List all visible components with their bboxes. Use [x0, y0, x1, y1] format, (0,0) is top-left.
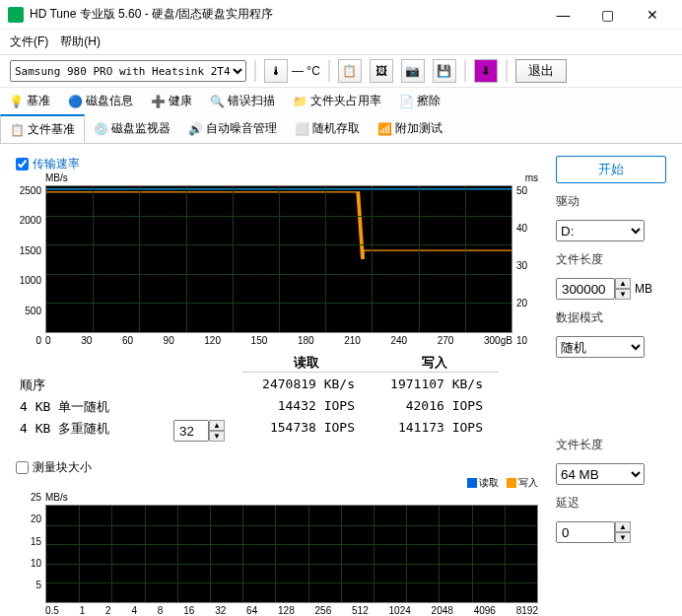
toolbar: Samsung 980 PRO with Heatsink 2T4J 🌡 — °… — [0, 54, 682, 88]
copy-icon[interactable]: 📋 — [338, 59, 362, 83]
menu-file[interactable]: 文件(F) — [10, 34, 48, 50]
toolbar-divider — [506, 60, 508, 82]
filelen2-label: 文件长度 — [556, 437, 666, 453]
legend-read: 读取 — [467, 476, 499, 490]
window-controls: — ▢ ✕ — [541, 0, 674, 30]
tab-icon: 💡 — [9, 95, 23, 108]
queue-depth-spinner: ▲▼ — [173, 420, 242, 442]
save-icon[interactable]: 💾 — [433, 59, 456, 83]
qd-up[interactable]: ▲ — [209, 420, 225, 431]
chart2-grid — [45, 505, 538, 603]
minimize-button[interactable]: — — [541, 0, 585, 30]
menu-help[interactable]: 帮助(H) — [60, 34, 101, 50]
results-table: 读取写入顺序2470819 KB/s1971107 KB/s4 KB 单一随机1… — [16, 354, 538, 442]
filelen-label: 文件长度 — [556, 251, 666, 268]
tab-磁盘监视器[interactable]: 💿磁盘监视器 — [85, 114, 179, 143]
qd-down[interactable]: ▼ — [209, 431, 225, 442]
transfer-rate-label: 传输速率 — [33, 156, 80, 172]
main-content: 传输速率 MB/s ms 25002000150010005000 030609… — [0, 148, 682, 616]
delay-up[interactable]: ▲ — [615, 521, 631, 532]
chart2-x-axis: 0.512481632641282565121024204840968192 — [45, 605, 538, 616]
tab-磁盘信息[interactable]: 🔵磁盘信息 — [59, 88, 142, 114]
chart1-yunit: MB/s — [45, 172, 512, 183]
filelen-up[interactable]: ▲ — [615, 278, 631, 289]
tab-附加测试[interactable]: 📶附加测试 — [369, 114, 451, 143]
tab-icon: ⬜ — [295, 122, 308, 136]
tab-自动噪音管理[interactable]: 🔊自动噪音管理 — [179, 114, 286, 143]
tab-icon: 📁 — [293, 95, 307, 108]
side-panel: 开始 驱动 D: 文件长度 ▲▼ MB 数据模式 随机 文件长度 64 MB 延… — [556, 156, 666, 616]
menubar: 文件(F) 帮助(H) — [0, 30, 682, 54]
transfer-rate-checkbox-row: 传输速率 — [16, 156, 538, 172]
exit-button[interactable]: 退出 — [515, 59, 567, 83]
legend-write: 写入 — [507, 476, 538, 490]
app-icon — [8, 7, 24, 23]
datamode-select[interactable]: 随机 — [556, 336, 645, 358]
block-size-checkbox[interactable] — [16, 461, 29, 474]
queue-depth-input[interactable] — [173, 420, 209, 442]
result-row-label: 4 KB 单一随机 — [16, 398, 173, 416]
tab-icon: 📄 — [399, 95, 413, 108]
result-read-value: 2470819 KB/s — [242, 376, 371, 394]
delay-input[interactable] — [556, 521, 615, 543]
drive-letter-select[interactable]: D: — [556, 220, 645, 241]
tab-icon: 🔵 — [68, 95, 82, 108]
chart2-body: MB/s 0.512481632641282565121024204840968… — [45, 492, 538, 616]
result-write-value: 42016 IOPS — [371, 398, 499, 416]
chart1-x-axis: 0306090120150180210240270300gB — [45, 335, 512, 346]
chart2-container: 252015105 MB/s 0.51248163264128256512102… — [16, 492, 538, 616]
result-write-value: 1971107 KB/s — [371, 376, 499, 394]
drive-select[interactable]: Samsung 980 PRO with Heatsink 2T4J — [10, 60, 246, 82]
filelen-spinner: ▲▼ MB — [556, 278, 666, 300]
chart1-y2-axis: 5040302010 — [512, 185, 538, 346]
result-write-value: 141173 IOPS — [371, 420, 499, 442]
filelen-input[interactable] — [556, 278, 615, 300]
toolbar-divider — [464, 60, 466, 82]
tab-擦除[interactable]: 📄擦除 — [390, 88, 449, 114]
tab-bar: 💡基准🔵磁盘信息➕健康🔍错误扫描📁文件夹占用率📄擦除📋文件基准💿磁盘监视器🔊自动… — [0, 88, 682, 144]
datamode-label: 数据模式 — [556, 309, 666, 326]
tab-icon: 🔊 — [188, 122, 202, 136]
toolbar-divider — [254, 60, 256, 82]
chart2-legend: 读取 写入 — [16, 476, 538, 490]
start-button[interactable]: 开始 — [556, 156, 666, 183]
result-read-value: 14432 IOPS — [242, 398, 371, 416]
close-button[interactable]: ✕ — [630, 0, 674, 30]
tab-icon: 🔍 — [210, 95, 224, 108]
delay-spinner: ▲▼ — [556, 521, 666, 543]
tab-icon: 📋 — [10, 123, 24, 137]
delay-down[interactable]: ▼ — [615, 532, 631, 543]
filelen-unit: MB — [635, 282, 652, 296]
tab-随机存取[interactable]: ⬜随机存取 — [286, 114, 369, 143]
result-row-label: 4 KB 多重随机 — [16, 420, 173, 442]
tab-基准[interactable]: 💡基准 — [0, 88, 59, 114]
chart1-headers: MB/s ms — [16, 172, 538, 183]
chart1-container: 25002000150010005000 0306090120150180210… — [16, 185, 538, 346]
tab-健康[interactable]: ➕健康 — [142, 88, 201, 114]
chart1-grid — [45, 185, 512, 333]
chart1-y2unit: ms — [512, 172, 538, 183]
camera-icon[interactable]: 📷 — [401, 59, 425, 83]
result-read-value: 154738 IOPS — [242, 420, 371, 442]
filelen2-select[interactable]: 64 MB — [556, 463, 645, 485]
transfer-rate-checkbox[interactable] — [16, 158, 29, 171]
maximize-button[interactable]: ▢ — [585, 0, 630, 30]
tab-文件夹占用率[interactable]: 📁文件夹占用率 — [284, 88, 390, 114]
chart1-y-axis: 25002000150010005000 — [16, 185, 45, 346]
left-panel: 传输速率 MB/s ms 25002000150010005000 030609… — [16, 156, 538, 616]
delay-label: 延迟 — [556, 495, 666, 512]
tab-icon: 📶 — [377, 122, 391, 136]
titlebar: HD Tune 专业版 5.60 - 硬盘/固态硬盘实用程序 — ▢ ✕ — [0, 0, 682, 30]
options-icon[interactable]: ⬇ — [474, 59, 498, 83]
tab-文件基准[interactable]: 📋文件基准 — [0, 114, 85, 143]
toolbar-divider — [328, 60, 330, 82]
chart2-y-axis: 252015105 — [16, 492, 45, 590]
block-size-label: 测量块大小 — [33, 459, 92, 476]
thermometer-icon: 🌡 — [264, 59, 288, 83]
filelen-down[interactable]: ▼ — [615, 289, 631, 300]
tab-错误扫描[interactable]: 🔍错误扫描 — [201, 88, 284, 114]
tab-icon: ➕ — [151, 95, 165, 108]
drive-side-label: 驱动 — [556, 193, 666, 210]
temperature-display: 🌡 — °C — [264, 59, 320, 83]
screenshot-icon[interactable]: 🖼 — [370, 59, 393, 83]
